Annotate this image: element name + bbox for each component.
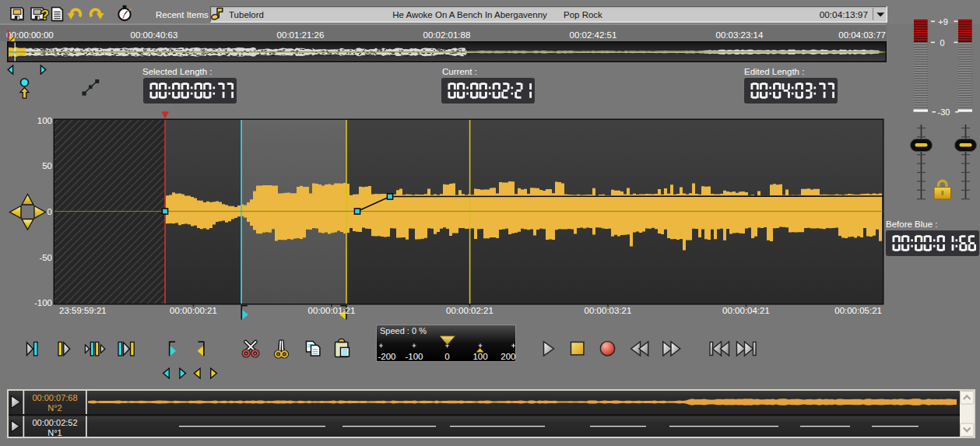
svg-text:Speed : 0 %: Speed : 0 % [380,326,427,335]
svg-text:?: ? [41,8,49,23]
svg-text:Selected Length :: Selected Length : [142,67,213,76]
svg-text:-30: -30 [938,107,950,117]
svg-text:Tubelord: Tubelord [229,10,264,19]
svg-text:Pop Rock: Pop Rock [564,10,602,19]
svg-text:Edited Length :: Edited Length : [744,67,804,76]
svg-text:0: 0 [47,207,52,216]
svg-text:50: 50 [42,161,52,170]
svg-text:-50: -50 [39,253,52,262]
svg-text:00:00:07:68: 00:00:07:68 [32,393,77,402]
svg-text:-100: -100 [34,298,52,307]
svg-text:N°2: N°2 [47,403,61,413]
svg-text:23:59:59:21: 23:59:59:21 [59,306,107,315]
svg-text:00:04:13:97: 00:04:13:97 [820,9,868,20]
svg-text:00:00:00:21: 00:00:00:21 [170,306,217,315]
svg-text:Current :: Current : [442,67,477,76]
svg-text:N°1: N°1 [47,428,61,437]
svg-text:00:03:23:14: 00:03:23:14 [716,30,764,40]
svg-text:00:00:04:21: 00:00:04:21 [722,306,770,315]
svg-text:0: 0 [940,38,944,47]
svg-text:100: 100 [472,352,487,361]
svg-text:0: 0 [444,352,449,361]
svg-text:00:00:02:21: 00:00:02:21 [446,306,494,315]
svg-text:00:00:02:52: 00:00:02:52 [32,418,77,427]
svg-text:100: 100 [37,116,52,125]
svg-text:-200: -200 [378,352,396,361]
svg-text:Recent Items :: Recent Items : [156,10,213,19]
svg-text:00:00:01:21: 00:00:01:21 [308,306,356,315]
svg-text:00:00:03:21: 00:00:03:21 [585,306,632,315]
svg-text:00:02:01:88: 00:02:01:88 [423,30,471,40]
svg-text:00:00:05:21: 00:00:05:21 [834,306,882,315]
svg-text:00:00:40:63: 00:00:40:63 [131,30,178,40]
svg-text:Before Blue :: Before Blue : [886,219,937,229]
svg-text:00:04:03:77: 00:04:03:77 [838,30,886,40]
svg-text:-100: -100 [405,352,423,361]
svg-text:He Awoke On A Bench In Abergav: He Awoke On A Bench In Abergavenny [392,10,547,19]
svg-text:00:02:42:51: 00:02:42:51 [570,30,617,40]
svg-text:00:01:21:26: 00:01:21:26 [277,30,325,40]
svg-text:200: 200 [501,352,515,361]
svg-text:+9: +9 [938,17,948,26]
